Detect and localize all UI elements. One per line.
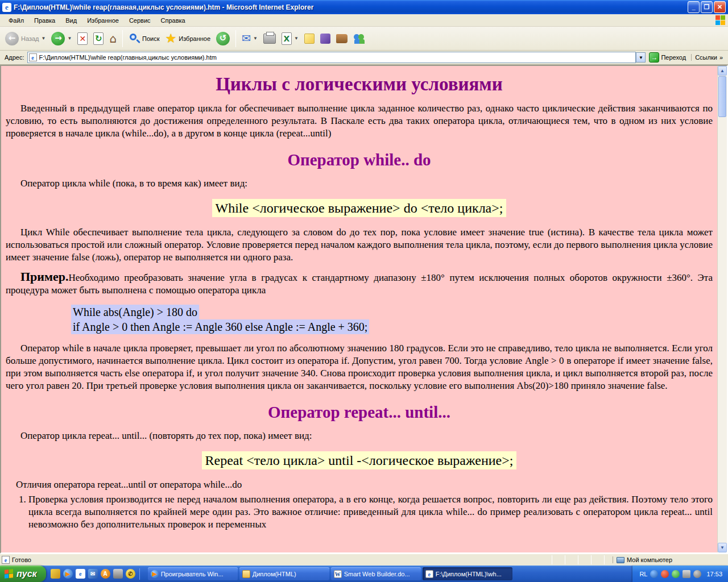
scrollbar-track[interactable] [718, 118, 727, 543]
search-icon [129, 32, 140, 45]
a-app-icon[interactable]: A [101, 569, 110, 579]
standard-toolbar: ← Назад ▼ → ▼ ✕ ↻ ⌂ Поиск ★ Избранное ↺ [0, 27, 728, 51]
code-line-1: While abs(Angle) > 180 do [71, 305, 199, 319]
repeat-formula-line: Repeat <тело цикла> until -<логическое в… [6, 451, 713, 469]
favorites-button[interactable]: ★ Избранное [163, 29, 213, 48]
taskbar-clock[interactable]: 17:53 [706, 571, 722, 577]
browser-viewport: Циклы с логическими условиями Введенный … [0, 65, 728, 554]
language-bar-icon[interactable] [650, 570, 658, 578]
scheduler-icon[interactable] [693, 570, 701, 578]
media-player-icon: ▶ [151, 570, 159, 578]
address-value[interactable]: F:\Диплом(HTML)\while reap(главныя,циклы… [39, 54, 635, 61]
search-label: Поиск [142, 35, 159, 42]
mail-dropdown-icon[interactable]: ▼ [253, 36, 258, 41]
my-computer-icon [617, 557, 624, 563]
back-button[interactable]: ← Назад ▼ [2, 29, 48, 48]
scroll-down-button[interactable]: ▼ [718, 543, 727, 552]
scroll-up-button[interactable]: ▲ [718, 66, 727, 76]
edit-dropdown-icon[interactable]: ▼ [294, 36, 299, 41]
links-chevron-icon[interactable]: » [719, 54, 723, 61]
repeat-syntax-formula: Repeat <тело цикла> until -<логическое в… [202, 451, 517, 469]
address-input[interactable]: e F:\Диплом(HTML)\while reap(главныя,цик… [27, 52, 636, 63]
difference-item-1: Проверка условия производится не перед н… [28, 493, 713, 531]
menu-bar: Файл Правка Вид Избранное Сервис Справка [0, 14, 728, 27]
pen-icon[interactable] [51, 569, 60, 579]
go-button[interactable]: → Переход [646, 52, 689, 63]
task-word-document[interactable]: W Smart Web Builder.do... [331, 567, 421, 580]
menu-view[interactable]: Вид [60, 15, 82, 26]
stop-button[interactable]: ✕ [75, 29, 90, 48]
messenger-button[interactable] [350, 29, 369, 48]
ie-logo-icon: e [2, 3, 11, 12]
minimize-button[interactable]: _ [688, 1, 700, 13]
refresh-icon: ↻ [93, 32, 104, 45]
home-button[interactable]: ⌂ [106, 29, 119, 48]
refresh-button[interactable]: ↻ [90, 29, 106, 48]
edit-icon: X [282, 32, 292, 45]
task-buttons: ▶ Проигрыватель Win... Диплом(HTML) W Sm… [146, 566, 633, 582]
menu-edit[interactable]: Правка [29, 15, 60, 26]
update-icon[interactable] [672, 570, 680, 578]
battery-meter-icon[interactable] [113, 569, 123, 579]
maximize-button[interactable]: ❐ [701, 1, 713, 13]
edit-button[interactable]: X ▼ [279, 29, 301, 48]
task-folder-diplom[interactable]: Диплом(HTML) [239, 567, 329, 580]
print-button[interactable] [260, 29, 279, 48]
messenger-icon [353, 33, 366, 44]
frontpage-button[interactable] [317, 29, 333, 48]
status-bar: e Готово Мой компьютер [0, 554, 728, 566]
status-text: Готово [12, 556, 31, 563]
links-bar[interactable]: Ссылки » [691, 54, 726, 61]
close-button[interactable]: ✕ [714, 1, 726, 13]
frontpage-icon [320, 34, 330, 44]
menu-help[interactable]: Справка [156, 15, 191, 26]
address-label: Адрес: [2, 54, 27, 61]
security-alert-icon[interactable] [661, 570, 669, 578]
links-label: Ссылки [695, 54, 717, 61]
history-button[interactable]: ↺ [213, 29, 233, 48]
forward-dropdown-icon[interactable]: ▼ [67, 36, 72, 41]
research-button[interactable] [333, 29, 350, 48]
network-offline-icon[interactable] [682, 570, 690, 578]
task-label: Smart Web Builder.do... [344, 571, 410, 577]
task-label: Проигрыватель Win... [161, 571, 224, 577]
forward-button[interactable]: → ▼ [48, 29, 75, 48]
toolbar-separator [235, 30, 236, 47]
menu-tools[interactable]: Сервис [124, 15, 156, 26]
discuss-button[interactable] [301, 29, 317, 48]
differences-intro: Отличия оператора repeat...until от опер… [6, 479, 713, 491]
example-text: Необходимо преобразовать значение угла в… [6, 272, 713, 296]
ie-window: e F:\Диплом(HTML)\while reap(главная,цик… [0, 0, 728, 582]
address-bar: Адрес: e F:\Диплом(HTML)\while reap(глав… [0, 51, 728, 65]
language-indicator[interactable]: RL [639, 571, 647, 577]
document-body: Циклы с логическими условиями Введенный … [1, 66, 717, 552]
search-button[interactable]: Поиск [126, 29, 162, 48]
media-player-icon[interactable]: ▶ [63, 569, 73, 579]
ie-quicklaunch-icon[interactable]: e [76, 569, 85, 579]
page-title: Циклы с логическими условиями [6, 73, 713, 95]
address-dropdown-button[interactable]: ▼ [636, 52, 646, 63]
go-label: Переход [661, 54, 686, 61]
outlook-express-icon[interactable]: ✉ [88, 569, 98, 579]
phone-icon[interactable]: ✆ [126, 569, 135, 579]
forward-icon: → [51, 32, 65, 45]
start-button[interactable]: пуск [0, 566, 46, 582]
back-dropdown-icon[interactable]: ▼ [42, 36, 46, 41]
back-icon: ← [5, 32, 19, 45]
home-icon: ⌂ [109, 32, 117, 45]
task-ie-current[interactable]: e F:\Диплом(HTML)\wh... [423, 567, 512, 580]
start-label: пуск [16, 566, 37, 582]
ie-icon: e [425, 570, 433, 578]
while-heading: Оператор while.. do [6, 150, 713, 169]
mail-button[interactable]: ✉ ▼ [239, 29, 260, 48]
history-icon: ↺ [216, 32, 230, 45]
vertical-scrollbar[interactable]: ▲ ▼ [717, 66, 727, 552]
menu-file[interactable]: Файл [3, 15, 29, 26]
task-label: Диплом(HTML) [253, 571, 296, 577]
security-zone: Мой компьютер [613, 556, 726, 563]
task-media-player[interactable]: ▶ Проигрыватель Win... [148, 567, 238, 580]
intro-paragraph: Введенный в предыдущей главе оператор ци… [6, 102, 713, 140]
system-tray: RL 17:53 [632, 566, 728, 582]
menu-favorites[interactable]: Избранное [82, 15, 124, 26]
scrollbar-thumb[interactable] [718, 76, 726, 117]
